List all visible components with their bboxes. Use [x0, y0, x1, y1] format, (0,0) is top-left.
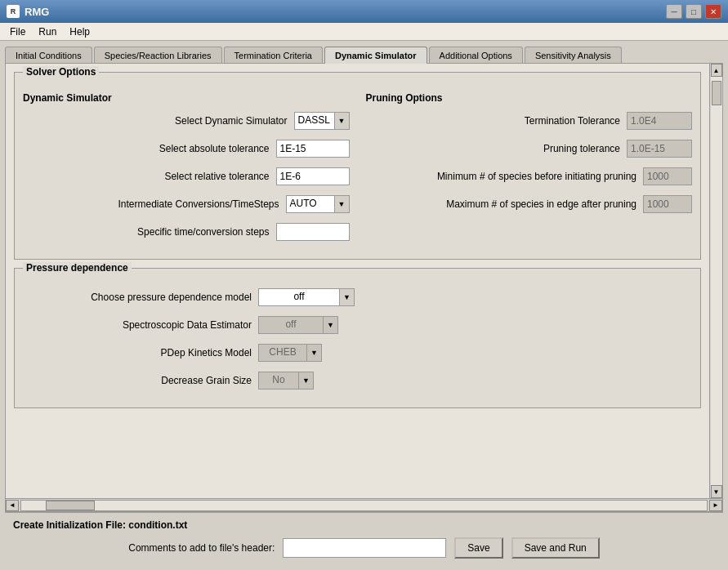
- absolute-tolerance-input[interactable]: [276, 140, 350, 158]
- select-dynamic-simulator-label: Select Dynamic Simulator: [175, 115, 287, 127]
- pruning-tolerance-label: Pruning tolerance: [543, 143, 620, 154]
- intermediate-conversions-row: Intermediate Conversions/TimeSteps AUTO …: [23, 195, 350, 213]
- intermediate-conversions-arrow[interactable]: ▼: [335, 195, 350, 213]
- window-controls: ─ □ ✕: [666, 4, 721, 19]
- solver-options-title: Solver Options: [23, 66, 99, 78]
- tab-sensitivity[interactable]: Sensitivity Analysis: [525, 47, 622, 64]
- pdep-kinetics-row: PDep Kinetics Model CHEB ▼: [23, 344, 692, 362]
- save-and-run-button[interactable]: Save and Run: [511, 537, 600, 559]
- h-scroll-track[interactable]: [20, 500, 708, 511]
- max-species-row: Maximum # of species in edge after pruni…: [366, 195, 693, 213]
- pruning-options-col: Pruning Options Termination Tolerance Pr…: [366, 92, 693, 251]
- dynamic-simulator-value: DASSL: [294, 112, 335, 130]
- content-panel: Solver Options Dynamic Simulator Select …: [5, 63, 723, 512]
- spectroscopic-row: Spectroscopic Data Estimator off ▼: [23, 316, 692, 334]
- min-species-label: Minimum # of species before initiating p…: [437, 171, 636, 182]
- intermediate-conversions-value: AUTO: [286, 195, 335, 213]
- main-window: Initial Conditions Species/Reaction Libr…: [0, 41, 728, 570]
- tabs-row: Initial Conditions Species/Reaction Libr…: [5, 46, 723, 63]
- scroll-down-button[interactable]: ▼: [711, 485, 722, 498]
- bottom-bar: Create Initialization File: condition.tx…: [5, 512, 723, 565]
- title-bar: R RMG ─ □ ✕: [0, 0, 728, 23]
- comments-input[interactable]: [283, 538, 446, 558]
- pressure-model-row: Choose pressure dependence model off ▼: [23, 288, 692, 306]
- vertical-scrollbar[interactable]: ▲ ▼: [709, 64, 722, 498]
- specific-time-row: Specific time/conversion steps: [23, 223, 350, 241]
- save-button[interactable]: Save: [454, 537, 502, 559]
- pressure-dependence-title: Pressure dependence: [23, 262, 132, 274]
- dynamic-simulator-col: Dynamic Simulator Select Dynamic Simulat…: [23, 92, 350, 251]
- close-button[interactable]: ✕: [705, 4, 721, 19]
- pdep-kinetics-label: PDep Kinetics Model: [23, 347, 252, 358]
- pressure-model-label: Choose pressure dependence model: [23, 292, 252, 303]
- scroll-up-button[interactable]: ▲: [711, 64, 722, 77]
- termination-tolerance-input[interactable]: [627, 112, 692, 130]
- relative-tolerance-input[interactable]: [276, 167, 350, 185]
- pdep-kinetics-dropdown[interactable]: CHEB ▼: [258, 344, 322, 362]
- dynamic-simulator-arrow[interactable]: ▼: [335, 112, 350, 130]
- intermediate-conversions-dropdown[interactable]: AUTO ▼: [286, 195, 350, 213]
- scroll-track[interactable]: [711, 77, 722, 485]
- select-dynamic-simulator-row: Select Dynamic Simulator DASSL ▼: [23, 112, 350, 130]
- tab-initial-conditions[interactable]: Initial Conditions: [5, 47, 92, 64]
- app-title: RMG: [25, 6, 49, 18]
- spectroscopic-value: off: [258, 316, 324, 334]
- specific-time-input[interactable]: [276, 223, 350, 241]
- min-species-row: Minimum # of species before initiating p…: [366, 167, 693, 185]
- pressure-model-dropdown[interactable]: off ▼: [258, 288, 355, 306]
- decrease-grain-row: Decrease Grain Size No ▼: [23, 372, 692, 390]
- pdep-kinetics-value: CHEB: [258, 344, 307, 362]
- decrease-grain-dropdown[interactable]: No ▼: [258, 372, 314, 390]
- solver-options-section: Solver Options Dynamic Simulator Select …: [14, 72, 701, 260]
- tab-additional-options[interactable]: Additional Options: [429, 47, 523, 64]
- comments-label: Comments to add to file's header:: [128, 542, 275, 554]
- file-label: Create Initialization File: condition.tx…: [13, 519, 715, 531]
- maximize-button[interactable]: □: [686, 4, 702, 19]
- menu-file[interactable]: File: [3, 24, 32, 39]
- dynamic-simulator-subtitle: Dynamic Simulator: [23, 92, 350, 104]
- pressure-dependence-section: Pressure dependence Choose pressure depe…: [14, 268, 701, 408]
- horizontal-scrollbar[interactable]: ◄ ►: [6, 498, 722, 511]
- scroll-thumb[interactable]: [712, 81, 721, 105]
- max-species-input[interactable]: [643, 195, 692, 213]
- termination-tolerance-row: Termination Tolerance: [366, 112, 693, 130]
- tab-dynamic-simulator[interactable]: Dynamic Simulator: [324, 47, 427, 64]
- decrease-grain-arrow[interactable]: ▼: [299, 372, 314, 390]
- pruning-tolerance-row: Pruning tolerance: [366, 140, 693, 158]
- pdep-kinetics-arrow[interactable]: ▼: [307, 344, 322, 362]
- max-species-label: Maximum # of species in edge after pruni…: [446, 198, 636, 210]
- min-species-input[interactable]: [643, 167, 692, 185]
- h-scroll-thumb[interactable]: [46, 501, 95, 510]
- decrease-grain-label: Decrease Grain Size: [23, 375, 252, 386]
- spectroscopic-arrow[interactable]: ▼: [324, 316, 338, 334]
- app-icon: R: [7, 5, 20, 18]
- pruning-tolerance-input[interactable]: [627, 140, 692, 158]
- pruning-options-subtitle: Pruning Options: [366, 92, 693, 104]
- menu-run[interactable]: Run: [32, 24, 63, 39]
- scroll-right-button[interactable]: ►: [709, 500, 722, 511]
- decrease-grain-value: No: [258, 372, 299, 390]
- select-dynamic-simulator-dropdown[interactable]: DASSL ▼: [294, 112, 350, 130]
- tab-termination[interactable]: Termination Criteria: [224, 47, 323, 64]
- tab-species-reaction[interactable]: Species/Reaction Libraries: [94, 47, 222, 64]
- absolute-tolerance-row: Select absolute tolerance: [23, 140, 350, 158]
- termination-tolerance-label: Termination Tolerance: [525, 115, 620, 127]
- scroll-left-button[interactable]: ◄: [6, 500, 19, 511]
- menu-bar: File Run Help: [0, 23, 728, 41]
- menu-help[interactable]: Help: [63, 24, 96, 39]
- spectroscopic-dropdown[interactable]: off ▼: [258, 316, 338, 334]
- bottom-row: Comments to add to file's header: Save S…: [13, 537, 715, 559]
- pressure-model-arrow[interactable]: ▼: [340, 288, 355, 306]
- pressure-model-value: off: [258, 288, 340, 306]
- minimize-button[interactable]: ─: [666, 4, 682, 19]
- relative-tolerance-row: Select relative tolerance: [23, 167, 350, 185]
- scroll-area[interactable]: Solver Options Dynamic Simulator Select …: [6, 64, 709, 498]
- spectroscopic-label: Spectroscopic Data Estimator: [23, 319, 252, 331]
- specific-time-label: Specific time/conversion steps: [137, 226, 269, 238]
- relative-tolerance-label: Select relative tolerance: [164, 171, 269, 182]
- intermediate-conversions-label: Intermediate Conversions/TimeSteps: [118, 198, 279, 210]
- absolute-tolerance-label: Select absolute tolerance: [159, 143, 270, 154]
